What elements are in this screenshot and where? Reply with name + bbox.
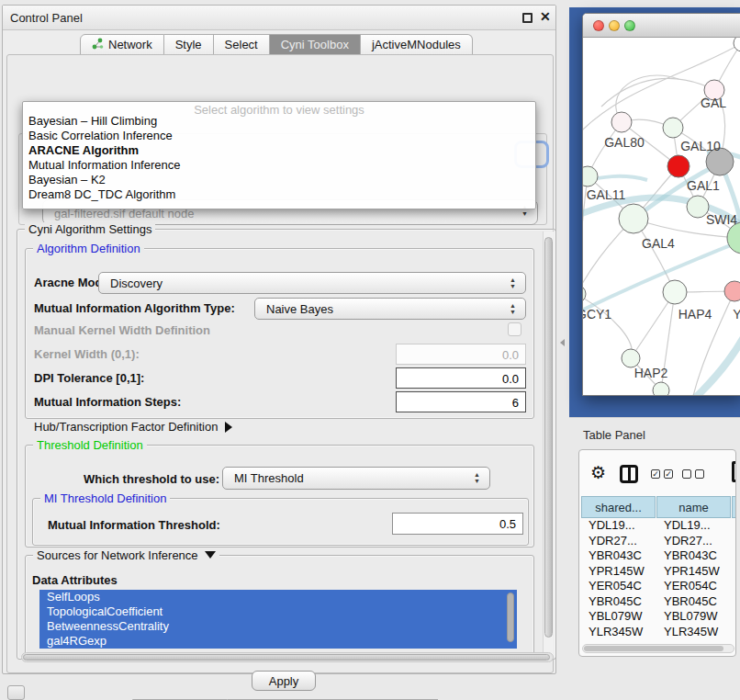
table-cell: YBR043C bbox=[589, 548, 642, 562]
network-view-window: GALGAL80GAL10GAL1SWI4GAL11GAL4GCY1HAP4YH… bbox=[582, 13, 740, 396]
gear-icon[interactable]: ⚙ bbox=[590, 462, 606, 483]
mac-minimize-button[interactable] bbox=[609, 20, 620, 31]
manual-kernel-checkbox[interactable] bbox=[508, 322, 521, 336]
close-icon[interactable]: ✕ bbox=[540, 9, 551, 24]
dpi-tolerance-field[interactable]: 0.0 bbox=[396, 367, 526, 389]
checked-checkbox-icon[interactable]: ✓ bbox=[651, 469, 660, 479]
table-row[interactable]: YLR345WYLR345W9. bbox=[579, 625, 736, 640]
splitter-handle-icon[interactable] bbox=[560, 339, 565, 346]
table-row[interactable]: YIL052CYIL052C9. bbox=[579, 639, 736, 641]
tab-style[interactable]: Style bbox=[164, 34, 214, 55]
algorithm-option[interactable]: Bayesian – K2 bbox=[27, 173, 532, 187]
table-cell: YDR27... bbox=[589, 534, 637, 548]
network-node-hap2[interactable] bbox=[622, 349, 640, 367]
algorithm-definition-title: Algorithm Definition bbox=[33, 242, 144, 255]
node-label: GAL10 bbox=[680, 139, 721, 153]
corner-grip-button[interactable] bbox=[7, 685, 25, 700]
table-horizontal-scrollbar[interactable] bbox=[582, 644, 734, 653]
network-node-y[interactable] bbox=[724, 281, 740, 301]
algorithm-option[interactable]: Dream8 DC_TDC Algorithm bbox=[27, 187, 532, 202]
table-row[interactable]: YPR145WYPR145W9. bbox=[579, 564, 736, 580]
data-attributes-list[interactable]: SelfLoopsTopologicalCoefficientBetweenne… bbox=[39, 590, 517, 649]
table-cell: YLR345W bbox=[664, 625, 718, 638]
attribute-item-selected[interactable]: SelfLoops bbox=[39, 590, 517, 604]
panel-title: Control Panel bbox=[10, 11, 83, 25]
file-icon[interactable] bbox=[732, 461, 736, 482]
column-header-partial[interactable]: A bbox=[732, 496, 736, 518]
algorithm-option[interactable]: Basic Correlation Inference bbox=[27, 129, 532, 143]
algorithm-option[interactable]: Mutual Information Inference bbox=[27, 158, 532, 173]
node-label: HAP4 bbox=[678, 307, 712, 322]
table-row[interactable]: YDR27...YDR27...12 bbox=[579, 534, 736, 549]
scrollbar-thumb[interactable] bbox=[544, 237, 553, 638]
tab-jactivemnodules[interactable]: jActiveMNodules bbox=[361, 34, 473, 55]
table-cell: YER054C bbox=[664, 579, 717, 593]
column-header-shared[interactable]: shared... bbox=[581, 496, 656, 518]
network-edge-highlighted[interactable] bbox=[691, 310, 740, 396]
unchecked-checkbox-icon[interactable] bbox=[682, 469, 691, 479]
aracne-mode-combobox[interactable]: Discovery ▲▼ bbox=[98, 272, 526, 294]
tab-cyni-toolbox[interactable]: Cyni Toolbox bbox=[270, 34, 361, 55]
application-window: Control Panel ✕ Network Style Select Cyn… bbox=[0, 0, 740, 700]
node-label: SWI4 bbox=[706, 212, 737, 227]
attribute-item-selected[interactable]: gal4RGexp bbox=[39, 634, 517, 649]
network-node-gal1[interactable] bbox=[667, 155, 690, 177]
mi-type-combobox[interactable]: Naive Bayes ▲▼ bbox=[254, 298, 526, 320]
list-scrollbar[interactable] bbox=[507, 593, 514, 642]
attribute-item-selected[interactable]: TopologicalCoefficient bbox=[39, 604, 517, 619]
settings-horizontal-scrollbar[interactable] bbox=[21, 652, 554, 662]
mi-type-label: Mutual Information Algorithm Type: bbox=[34, 301, 235, 315]
unchecked-checkbox-icon[interactable] bbox=[695, 469, 704, 479]
table-body: YDL19...YDL19...13YDR27...YDR27...12YBR0… bbox=[579, 518, 736, 641]
node-label: GAL80 bbox=[604, 135, 645, 150]
control-panel: Control Panel ✕ Network Style Select Cyn… bbox=[2, 5, 556, 674]
settings-vertical-scrollbar[interactable] bbox=[543, 231, 554, 657]
mi-threshold-field[interactable]: 0.5 bbox=[392, 513, 523, 535]
control-panel-tab-bar: Network Style Select Cyni Toolbox jActiv… bbox=[80, 34, 473, 55]
combo-stepper-icon: ▲▼ bbox=[509, 302, 517, 315]
mi-steps-field[interactable]: 6 bbox=[396, 391, 526, 412]
network-node-gal4[interactable] bbox=[619, 204, 648, 233]
kernel-width-field[interactable]: 0.0 bbox=[396, 344, 526, 365]
mi-threshold-label: Mutual Information Threshold: bbox=[48, 518, 220, 532]
tab-network[interactable]: Network bbox=[80, 34, 164, 55]
table-row[interactable]: YBR045CYBR045C9. bbox=[579, 594, 736, 610]
attribute-item-selected[interactable]: BetweennessCentrality bbox=[39, 619, 517, 634]
aracne-mode-value: Discovery bbox=[110, 277, 163, 290]
table-row[interactable]: YBL079WYBL079W bbox=[579, 609, 736, 625]
network-node[interactable] bbox=[653, 382, 669, 396]
algorithm-option[interactable]: Bayesian – Hill Climbing bbox=[27, 114, 532, 129]
float-window-icon[interactable] bbox=[522, 13, 533, 23]
which-threshold-combobox[interactable]: MI Threshold ▲▼ bbox=[222, 467, 490, 490]
mac-close-button[interactable] bbox=[593, 20, 604, 31]
network-node[interactable] bbox=[734, 38, 740, 51]
scrollbar-thumb[interactable] bbox=[23, 654, 550, 660]
scrollbar-thumb[interactable] bbox=[584, 646, 723, 651]
mi-steps-label: Mutual Information Steps: bbox=[34, 395, 181, 409]
table-row[interactable]: YDL19...YDL19...13 bbox=[579, 518, 736, 534]
mac-zoom-button[interactable] bbox=[624, 20, 635, 31]
algorithm-option[interactable]: ARACNE Algorithm bbox=[27, 143, 532, 158]
apply-button[interactable]: Apply bbox=[252, 671, 316, 691]
network-node-gal10[interactable] bbox=[663, 118, 683, 138]
node-table: ⚙ ✓ ✓ shared... name A YDL19...YDL19...1… bbox=[578, 449, 736, 657]
table-cell: YDR27... bbox=[664, 534, 712, 548]
columns-icon[interactable] bbox=[620, 465, 638, 483]
column-header-name[interactable]: name bbox=[656, 496, 731, 518]
network-edge-highlighted[interactable] bbox=[583, 240, 740, 315]
table-cell: YBR043C bbox=[664, 548, 717, 562]
table-row[interactable]: YER054CYER054C8. bbox=[579, 579, 736, 594]
network-node-gcy1[interactable] bbox=[583, 285, 586, 303]
checked-checkbox-icon[interactable]: ✓ bbox=[664, 469, 673, 479]
sources-group-title[interactable]: Sources for Network Inference bbox=[33, 548, 219, 562]
network-edge[interactable] bbox=[583, 294, 632, 358]
network-node-gal80[interactable] bbox=[611, 112, 632, 132]
network-canvas[interactable]: GALGAL80GAL10GAL1SWI4GAL11GAL4GCY1HAP4YH… bbox=[583, 38, 740, 396]
table-row[interactable]: YBR043CYBR043C bbox=[579, 548, 736, 564]
table-cell: YBR045C bbox=[589, 594, 642, 608]
network-node-hap4[interactable] bbox=[663, 280, 687, 304]
node-label: GAL4 bbox=[642, 236, 675, 251]
network-window-titlebar[interactable] bbox=[583, 14, 740, 38]
tab-select[interactable]: Select bbox=[214, 34, 270, 55]
hub-definition-expander[interactable]: Hub/Transcription Factor Definition bbox=[34, 420, 232, 434]
